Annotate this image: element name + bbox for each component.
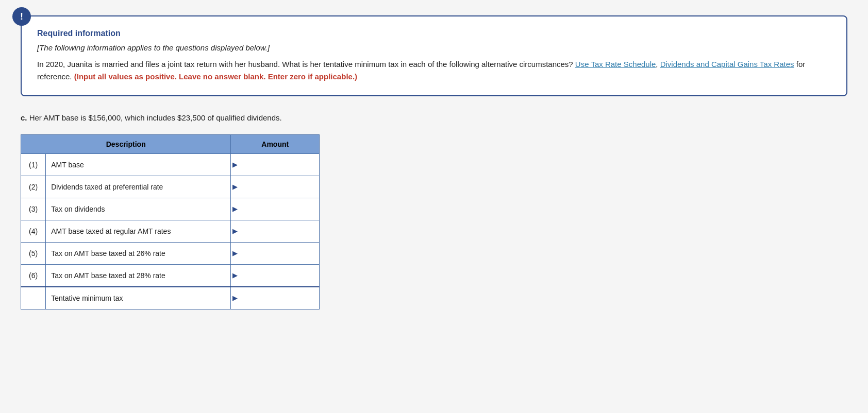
row-description: Tax on AMT base taxed at 26% rate <box>46 243 231 265</box>
row-description: Tentative minimum tax <box>46 287 231 309</box>
row-number: (3) <box>21 198 46 220</box>
table-row: (2)Dividends taxed at preferential rate▶ <box>21 176 320 198</box>
amount-input[interactable] <box>236 225 314 238</box>
row-amount-cell[interactable]: ▶ <box>231 198 320 220</box>
dividends-gains-link[interactable]: Dividends and Capital Gains Tax Rates <box>660 60 794 68</box>
red-instruction: (Input all values as positive. Leave no … <box>74 72 357 81</box>
info-box: ! Required information [The following in… <box>21 15 847 96</box>
row-amount-cell[interactable]: ▶ <box>231 243 320 265</box>
amount-input[interactable] <box>236 202 314 216</box>
input-arrow-icon: ▶ <box>232 183 237 191</box>
question-letter: c. <box>21 113 27 122</box>
description-header: Description <box>21 135 231 154</box>
row-number: (1) <box>21 154 46 176</box>
table-row: (3)Tax on dividends▶ <box>21 198 320 220</box>
row-description: Dividends taxed at preferential rate <box>46 176 231 198</box>
tax-rate-schedule-link[interactable]: Use Tax Rate Schedule <box>575 60 656 68</box>
row-number: (2) <box>21 176 46 198</box>
input-arrow-icon: ▶ <box>232 272 237 279</box>
row-amount-cell[interactable]: ▶ <box>231 220 320 243</box>
info-title: Required information <box>37 29 831 38</box>
row-description: Tax on dividends <box>46 198 231 220</box>
amount-input[interactable] <box>236 247 314 260</box>
info-italic: [The following information applies to th… <box>37 43 831 52</box>
info-body-text: In 2020, Juanita is married and files a … <box>37 60 573 68</box>
row-amount-cell[interactable]: ▶ <box>231 287 320 309</box>
input-arrow-icon: ▶ <box>232 228 237 235</box>
table-row: (4)AMT base taxed at regular AMT rates▶ <box>21 220 320 243</box>
amt-table: Description Amount (1)AMT base▶(2)Divide… <box>21 134 320 309</box>
input-arrow-icon: ▶ <box>232 295 237 302</box>
info-body: In 2020, Juanita is married and files a … <box>37 58 831 83</box>
table-row: (5)Tax on AMT base taxed at 26% rate▶ <box>21 243 320 265</box>
row-number: (6) <box>21 265 46 287</box>
table-row: Tentative minimum tax▶ <box>21 287 320 309</box>
amount-input[interactable] <box>236 269 314 282</box>
amount-input[interactable] <box>236 180 314 194</box>
input-arrow-icon: ▶ <box>232 161 237 168</box>
row-description: AMT base taxed at regular AMT rates <box>46 220 231 243</box>
table-container: Description Amount (1)AMT base▶(2)Divide… <box>21 134 847 309</box>
row-number: (5) <box>21 243 46 265</box>
amount-input[interactable] <box>236 158 314 171</box>
question-text: Her AMT base is $156,000, which includes… <box>29 113 282 122</box>
table-row: (1)AMT base▶ <box>21 154 320 176</box>
amount-header: Amount <box>231 135 320 154</box>
input-arrow-icon: ▶ <box>232 205 237 213</box>
row-amount-cell[interactable]: ▶ <box>231 265 320 287</box>
row-description: Tax on AMT base taxed at 28% rate <box>46 265 231 287</box>
question-label: c. Her AMT base is $156,000, which inclu… <box>21 112 847 124</box>
row-number: (4) <box>21 220 46 243</box>
row-amount-cell[interactable]: ▶ <box>231 154 320 176</box>
amount-input[interactable] <box>236 291 314 305</box>
exclamation-icon: ! <box>12 7 31 26</box>
input-arrow-icon: ▶ <box>232 250 237 257</box>
row-description: AMT base <box>46 154 231 176</box>
row-amount-cell[interactable]: ▶ <box>231 176 320 198</box>
table-row: (6)Tax on AMT base taxed at 28% rate▶ <box>21 265 320 287</box>
row-number <box>21 287 46 309</box>
